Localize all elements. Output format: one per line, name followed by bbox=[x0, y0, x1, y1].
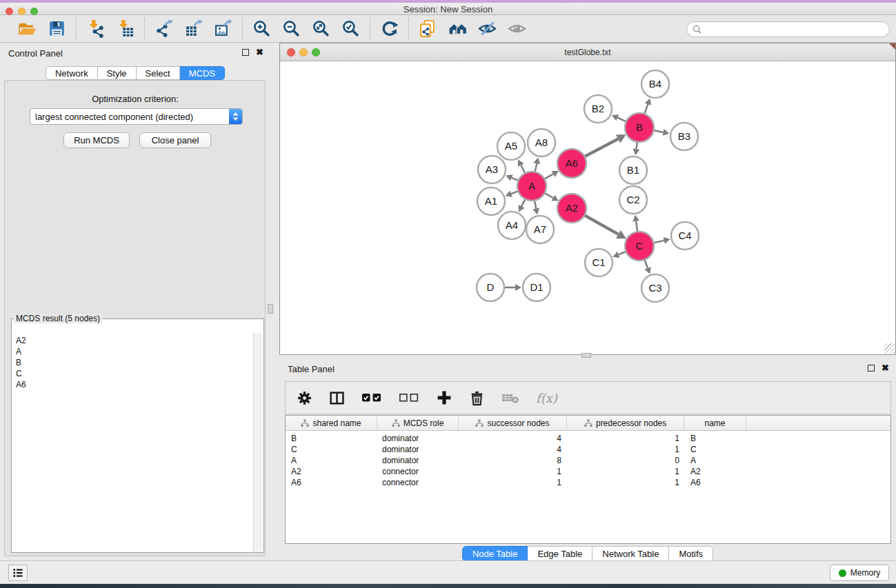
zoom-in-icon[interactable] bbox=[252, 19, 271, 38]
column-label: MCDS role bbox=[404, 418, 444, 428]
hide-graphics-details-icon[interactable] bbox=[478, 19, 497, 38]
mcds-result-item[interactable]: A6 bbox=[16, 379, 253, 390]
new-network-from-selection-icon[interactable] bbox=[419, 19, 437, 38]
apply-layout-icon[interactable] bbox=[380, 19, 399, 38]
window-titlebar[interactable]: Session: New Session bbox=[0, 3, 896, 15]
tab-edge-table[interactable]: Edge Table bbox=[528, 546, 593, 562]
mcds-result-item[interactable]: B bbox=[16, 357, 253, 368]
table-row[interactable]: A6connector11A6 bbox=[286, 477, 890, 488]
float-panel-icon[interactable] bbox=[868, 365, 875, 372]
graph-node-label: A3 bbox=[486, 163, 498, 175]
memory-button[interactable]: Memory bbox=[830, 565, 889, 581]
table-cell: 1 bbox=[567, 434, 684, 443]
column-label: name bbox=[704, 418, 725, 428]
graph-node-label: A8 bbox=[535, 136, 548, 148]
mcds-list-scrollbar[interactable] bbox=[253, 333, 263, 551]
tab-node-table[interactable]: Node Table bbox=[462, 546, 528, 562]
home-icon[interactable] bbox=[448, 19, 467, 38]
tab-network-table[interactable]: Network Table bbox=[593, 546, 669, 562]
graph-node-label: C2 bbox=[626, 194, 639, 205]
table-cell: 1 bbox=[567, 478, 684, 487]
network-canvas[interactable]: AA1A2A3A4A5A6A7A8BB1B2B3B4CC1C2C3C4DD1 bbox=[280, 61, 895, 354]
select-all-checkboxes-icon[interactable] bbox=[361, 390, 382, 405]
column-header-shared-name[interactable]: shared name bbox=[286, 416, 377, 430]
table-cell: A2 bbox=[684, 467, 746, 476]
table-cell: B bbox=[286, 434, 377, 443]
function-builder-icon[interactable]: f(x) bbox=[536, 391, 557, 405]
search-icon bbox=[692, 24, 702, 34]
column-header-name[interactable]: name bbox=[684, 416, 746, 430]
table-row[interactable]: Bdominator41B bbox=[286, 433, 890, 444]
close-panel-icon[interactable]: ✖ bbox=[256, 49, 263, 56]
export-network-icon[interactable] bbox=[155, 19, 173, 38]
deselect-all-checkboxes-icon[interactable] bbox=[399, 390, 419, 405]
graph-edge[interactable] bbox=[583, 214, 619, 234]
table-cell: A bbox=[684, 456, 746, 465]
float-panel-icon[interactable] bbox=[242, 49, 249, 56]
resize-grip-icon[interactable] bbox=[884, 343, 895, 354]
column-header-successor-nodes[interactable]: successor nodes bbox=[459, 416, 567, 430]
application-window: Session: New Session bbox=[0, 3, 896, 584]
mcds-result-box: MCDS result (5 nodes) A2ABCA6 bbox=[11, 314, 264, 553]
graph-edge-arrow-icon bbox=[532, 208, 539, 215]
graph-node-label: C3 bbox=[648, 282, 661, 294]
column-header-predecessor-nodes[interactable]: predecessor nodes bbox=[567, 416, 684, 430]
graph-node-label: B4 bbox=[649, 78, 661, 90]
close-panel-button[interactable]: Close panel bbox=[139, 132, 211, 148]
graph-node-label: A5 bbox=[505, 140, 517, 152]
table-cell: 1 bbox=[459, 467, 567, 476]
run-mcds-button[interactable]: Run MCDS bbox=[63, 132, 130, 148]
task-history-button[interactable] bbox=[8, 565, 28, 581]
table-cell: dominator bbox=[377, 434, 459, 443]
tab-style[interactable]: Style bbox=[98, 66, 137, 80]
zoom-out-icon[interactable] bbox=[282, 19, 301, 38]
import-network-icon[interactable] bbox=[86, 19, 105, 38]
memory-status-icon bbox=[839, 569, 846, 577]
import-table-icon[interactable] bbox=[116, 19, 135, 38]
table-cell: 1 bbox=[459, 478, 567, 487]
graph-edge-arrow-icon bbox=[664, 237, 670, 244]
table-cell: 0 bbox=[567, 456, 684, 465]
tab-network[interactable]: Network bbox=[46, 66, 98, 80]
search-input[interactable] bbox=[702, 25, 889, 34]
tab-motifs[interactable]: Motifs bbox=[669, 546, 713, 562]
tab-select[interactable]: Select bbox=[137, 66, 180, 80]
table-row[interactable]: Adominator80A bbox=[286, 455, 890, 466]
attribute-icon bbox=[584, 419, 593, 427]
mcds-result-item[interactable]: A bbox=[16, 346, 253, 357]
search-box[interactable] bbox=[686, 21, 890, 37]
gear-icon[interactable] bbox=[297, 390, 312, 406]
add-column-icon[interactable] bbox=[436, 389, 452, 406]
column-header-mcds-role[interactable]: MCDS role bbox=[377, 416, 459, 430]
status-bar: Memory bbox=[0, 560, 896, 584]
zoom-selected-icon[interactable] bbox=[341, 19, 360, 38]
mcds-result-item[interactable]: C bbox=[16, 368, 253, 379]
criterion-dropdown[interactable]: largest connected component (directed) bbox=[30, 108, 243, 125]
table-cell: 4 bbox=[459, 445, 567, 454]
close-panel-icon[interactable]: ✖ bbox=[882, 365, 889, 372]
export-table-icon[interactable] bbox=[184, 19, 203, 38]
graph-edge-arrow-icon bbox=[633, 215, 639, 222]
table-cell: C bbox=[684, 445, 746, 454]
open-session-icon[interactable] bbox=[18, 19, 37, 38]
graph-edge[interactable] bbox=[583, 139, 618, 157]
delete-table-icon[interactable] bbox=[501, 390, 519, 405]
table-row[interactable]: A2connector11A2 bbox=[286, 466, 890, 477]
tab-mcds[interactable]: MCDS bbox=[180, 66, 225, 80]
split-view-icon[interactable] bbox=[329, 390, 345, 406]
zoom-fit-icon[interactable] bbox=[312, 19, 330, 38]
mcds-result-item[interactable]: A2 bbox=[16, 335, 253, 346]
table-cell: A6 bbox=[684, 478, 746, 487]
network-window-titlebar[interactable]: testGlobe.txt bbox=[280, 43, 895, 61]
export-image-icon[interactable] bbox=[214, 19, 232, 38]
list-icon bbox=[12, 567, 24, 579]
table-row[interactable]: Cdominator41C bbox=[286, 444, 890, 455]
delete-columns-icon[interactable] bbox=[469, 390, 485, 406]
horizontal-splitter-handle[interactable] bbox=[581, 353, 591, 358]
save-session-icon[interactable] bbox=[48, 19, 66, 38]
show-graphics-details-icon[interactable] bbox=[508, 19, 526, 38]
main-toolbar bbox=[0, 15, 896, 43]
vertical-splitter-handle[interactable] bbox=[268, 304, 273, 314]
mcds-result-list[interactable]: A2ABCA6 bbox=[12, 333, 253, 551]
table-cell: connector bbox=[377, 478, 459, 487]
